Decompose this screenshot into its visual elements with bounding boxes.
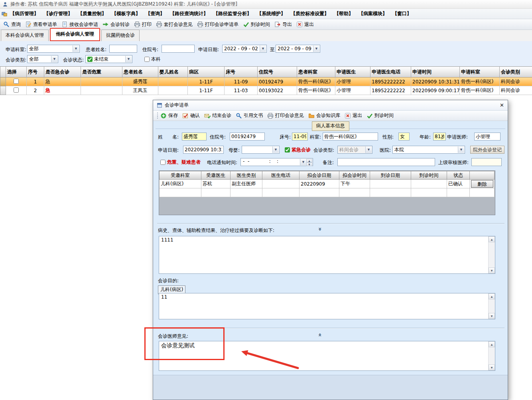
menu-item-qc-standard[interactable]: 【质控标准设置】 — [288, 9, 331, 19]
toolbar-arrival-time-button[interactable]: 到诊时间 — [243, 21, 270, 28]
menu-item-template-dict[interactable]: 【模板字典】 — [109, 9, 143, 19]
toolbar-query-button[interactable]: 查询 — [3, 21, 21, 28]
consult-status-select[interactable]: 未结束 ▼ — [85, 55, 132, 63]
dialog-print-opinion-button[interactable]: 打印会诊意见 — [267, 112, 304, 119]
chevron-down-icon[interactable]: ▼ — [51, 56, 57, 62]
gender-input[interactable] — [398, 133, 410, 141]
toolbar-print-request-button[interactable]: 打印会诊申请单 — [197, 21, 238, 28]
consult-category-select[interactable]: 全部 ▼ — [27, 55, 58, 63]
local-dept-checkbox[interactable] — [144, 57, 150, 62]
history-textarea[interactable]: 1111 — [159, 236, 488, 273]
menu-item-help[interactable]: 【帮助】 — [332, 9, 356, 19]
scrollbar[interactable]: ▲ ▼ — [488, 236, 495, 273]
scroll-down-icon[interactable]: ▼ — [489, 313, 495, 319]
menu-item-case-module[interactable]: 【病案模块】 — [356, 9, 390, 19]
delete-invite-button[interactable]: 删除 — [471, 180, 493, 188]
table-row[interactable]: 1 急 盛秀莲 1-11F 11-09 00192479 骨伤一科(病区) 小管… — [0, 77, 532, 86]
dialog-knowledge-base-button[interactable]: 会诊知识库 — [308, 112, 340, 119]
urgent-consult-check[interactable]: 紧急会诊 — [285, 147, 311, 153]
critical-patient-checkbox[interactable] — [160, 160, 166, 165]
toolbar-exit-button[interactable]: 退出 — [296, 21, 314, 28]
row-select-checkbox[interactable] — [14, 87, 19, 93]
inpatient-no-input[interactable] — [162, 45, 195, 53]
tab-local-dept-consults[interactable]: 本科会诊病人管理 — [1, 30, 49, 41]
age-input[interactable] — [433, 133, 446, 141]
dialog-save-button[interactable]: 保存 — [160, 112, 178, 119]
spinner-down-icon[interactable]: ▼ — [306, 162, 312, 166]
purpose-textarea[interactable]: 11 — [159, 293, 488, 319]
tab-other-dept-consults[interactable]: 他科会诊病人管理 — [50, 28, 100, 41]
col-header-req-doctor[interactable]: 申请医生 — [335, 67, 370, 77]
req-doctor-input[interactable] — [474, 133, 500, 141]
scroll-up-icon[interactable]: ▲ — [489, 293, 495, 299]
urgent-consult-checkbox[interactable] — [285, 147, 290, 152]
row-select-checkbox[interactable] — [14, 79, 19, 84]
toolbar-view-request-button[interactable]: 查看申请单 — [25, 21, 57, 28]
mother-baby-select[interactable]: ▼ — [242, 146, 280, 154]
scroll-up-icon[interactable]: ▲ — [489, 236, 495, 242]
col-header-patient-dept[interactable]: 患者科室 — [297, 67, 335, 77]
chevron-down-icon[interactable]: ▼ — [272, 147, 279, 153]
menu-item-window[interactable]: 【窗口】 — [390, 9, 414, 19]
bed-input[interactable] — [292, 133, 308, 141]
req-date-input[interactable] — [183, 146, 224, 154]
scroll-down-icon[interactable]: ▼ — [489, 267, 495, 273]
col-header-critical[interactable]: 是否危重 — [81, 67, 122, 77]
toolbar-print-button[interactable]: 打印 — [134, 21, 152, 28]
scrollbar[interactable]: ▲ ▼ — [488, 293, 495, 319]
dialog-end-consult-button[interactable]: 结束会诊 — [204, 112, 231, 119]
dialog-title-bar[interactable]: 会诊申请单 ✕ — [153, 100, 508, 111]
critical-patient-check[interactable]: 危重、疑难患者 — [160, 159, 201, 166]
phone-notify-time-picker[interactable]: - - : : ▼ ▲ ▼ — [240, 158, 313, 166]
collapse-history-icon[interactable]: » — [317, 227, 323, 231]
scrollbar[interactable]: ▲ ▼ — [488, 341, 495, 370]
request-dept-select[interactable]: 全部 ▼ — [27, 45, 80, 53]
tab-antibiotic-consults[interactable]: 抗菌药物会诊 — [101, 30, 140, 41]
local-dept-filter[interactable]: 本科 — [144, 56, 161, 63]
patient-info-tab[interactable]: 病人基本信息 — [312, 121, 349, 131]
menu-item-medical-records[interactable]: 【病历管理】 — [8, 9, 41, 19]
col-header-patient-name[interactable]: 患者姓名 — [122, 67, 158, 77]
remark-input[interactable] — [337, 158, 435, 166]
col-header-doctor-phone[interactable]: 申请医生电话 — [370, 67, 411, 77]
menu-item-path-monitor[interactable]: 【路径监管分析】 — [211, 9, 254, 19]
close-icon[interactable]: ✕ — [500, 102, 504, 108]
outside-consult-register-button[interactable]: 院外会诊登记 — [470, 146, 504, 154]
patient-name-input[interactable] — [109, 45, 137, 53]
menu-item-system-maintenance[interactable]: 【系统维护】 — [254, 9, 288, 19]
chevron-down-icon[interactable]: ▼ — [73, 46, 79, 52]
chevron-down-icon[interactable]: ▼ — [300, 159, 306, 165]
col-header-req-dept[interactable]: 申请科室 — [460, 67, 500, 77]
toolbar-receive-request-button[interactable]: 接收会诊申请 — [61, 21, 98, 28]
toolbar-export-button[interactable]: 导出 — [274, 21, 292, 28]
date-to-picker[interactable]: 2022 - 09 - 09 ▼ — [276, 45, 320, 53]
status-checkbox[interactable] — [87, 57, 93, 62]
scroll-down-icon[interactable]: ▼ — [489, 364, 495, 370]
toolbar-transfer-button[interactable]: 会诊转诊 — [102, 21, 130, 28]
invite-row[interactable]: 儿科(病区) 苏杭 副主任医师 20220909 下午 已确认 删除 — [160, 180, 495, 188]
chevron-down-icon[interactable]: ▼ — [313, 46, 319, 52]
col-header-select[interactable]: 选择 — [6, 67, 27, 77]
col-header-inpatient-no[interactable]: 住院号 — [258, 67, 297, 77]
col-header-baby-name[interactable]: 婴儿姓名 — [158, 67, 188, 77]
menu-item-path-query-stats[interactable]: 【路径查询统计】 — [167, 9, 211, 19]
dialog-arrival-time-button[interactable]: 到诊时间 — [366, 112, 394, 119]
hospital-select[interactable]: 本院 ▼ — [392, 146, 465, 154]
col-header-seq[interactable]: 序号 — [27, 67, 44, 77]
dialog-exit-button[interactable]: 退出 — [345, 112, 362, 119]
col-header-urgent[interactable]: 是否急会诊 — [44, 67, 81, 77]
dept-input[interactable] — [323, 133, 378, 141]
dialog-quote-doc-button[interactable]: 引用文书 — [236, 112, 263, 119]
col-header-category[interactable]: 会诊类别 — [500, 67, 532, 77]
chevron-down-icon[interactable]: ▼ — [125, 56, 132, 62]
date-from-picker[interactable]: 2022 - 09 - 02 ▼ — [222, 45, 267, 53]
scroll-up-icon[interactable]: ▲ — [489, 341, 495, 347]
menu-item-quality-control[interactable]: 【质量控制】 — [75, 9, 109, 19]
toolbar-print-opinion-button[interactable]: 套打会诊意见 — [156, 21, 193, 28]
col-header-ward[interactable]: 病区 — [188, 67, 225, 77]
menu-item-diagnosis[interactable]: 【诊疗管理】 — [41, 9, 75, 19]
menu-item-query[interactable]: 【查询】 — [143, 9, 167, 19]
collapse-opinion-icon[interactable]: « — [317, 333, 323, 337]
col-header-bed[interactable]: 床号 — [225, 67, 258, 77]
senior-reviewer-input[interactable] — [471, 158, 502, 166]
